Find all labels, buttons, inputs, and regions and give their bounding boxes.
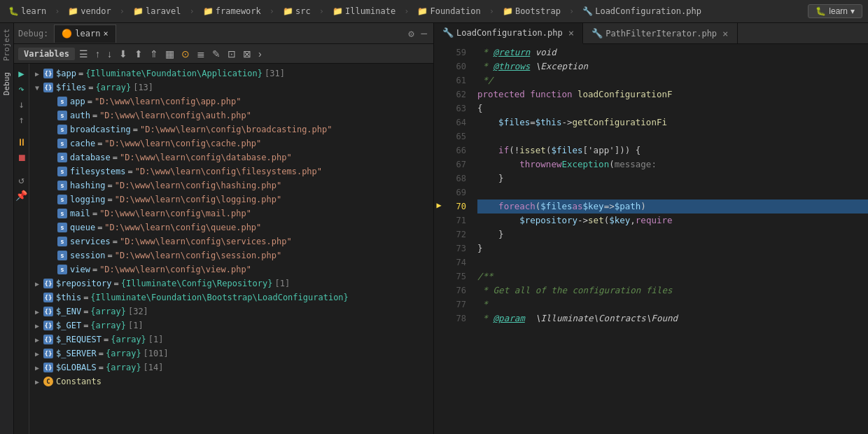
nav-vendor[interactable]: 📁 vendor — [65, 6, 113, 16]
var-row-files-broadcasting[interactable]: s broadcasting = "D:\www\learn\config\br… — [29, 122, 433, 136]
debug-panel: Debug: 🟠 learn × ⚙ ─ Variables ☰ ↑ ↓ ⬇ ⬆… — [14, 23, 434, 434]
debug-tab-close[interactable]: × — [103, 29, 108, 38]
toolbar-list-icon[interactable]: ☰ — [76, 47, 91, 61]
var-type-auth-item: s — [57, 111, 67, 120]
var-type-server: {} — [43, 349, 53, 358]
toolbar-watch-icon[interactable]: ⊙ — [178, 47, 192, 61]
var-row-files-cache[interactable]: s cache = "D:\www\learn\config\cache.php… — [29, 136, 433, 150]
var-row-files-view[interactable]: s view = "D:\www\learn\config\view.php" — [29, 262, 433, 276]
ln-76: 76 — [444, 284, 466, 298]
var-row-files-auth[interactable]: s auth = "D:\www\learn\config\auth.php" — [29, 108, 433, 122]
variables-panel: ▶ {} $app = {Illuminate\Foundation\Appli… — [29, 64, 433, 434]
step-over-icon[interactable]: ↷ — [17, 82, 25, 96]
toolbar-grid-icon[interactable]: ▦ — [162, 47, 177, 61]
var-row-files-mail[interactable]: s mail = "D:\www\learn\config\mail.php" — [29, 206, 433, 220]
var-row-env[interactable]: ▶ {} $_ENV = {array} [32] — [29, 304, 433, 318]
var-row-app[interactable]: ▶ {} $app = {Illuminate\Foundation\Appli… — [29, 66, 433, 80]
var-row-this[interactable]: {} $this = {Illuminate\Foundation\Bootst… — [29, 290, 433, 304]
code-line-63: { — [477, 102, 868, 115]
nav-laravel[interactable]: 📁 laravel — [130, 6, 184, 16]
settings-icon[interactable]: ⚙ — [406, 28, 416, 39]
var-row-constants[interactable]: ▶ C Constants — [29, 374, 433, 388]
tab-loadconfiguration[interactable]: 🔧 LoadConfiguration.php × — [434, 23, 583, 44]
stop-icon[interactable]: ⏹ — [15, 150, 28, 164]
code-line-66: if (! isset ( $files ['app'])) { — [477, 144, 868, 158]
toggle-repository[interactable]: ▶ — [35, 280, 43, 288]
nav-bootstrap[interactable]: 📁 Bootstrap — [500, 6, 564, 16]
ln-78: 78 — [444, 312, 466, 326]
nav-src[interactable]: 📁 src — [280, 6, 314, 16]
ln-68: 68 — [444, 172, 466, 186]
nav-foundation[interactable]: 📁 Foundation — [414, 6, 483, 16]
step-into-icon[interactable]: ↓ — [17, 97, 25, 111]
tab-project[interactable]: Project — [0, 23, 13, 66]
tab-pathfilteriterator[interactable]: 🔧 PathFilterIterator.php × — [583, 23, 737, 44]
var-row-files-session[interactable]: s session = "D:\www\learn\config\session… — [29, 248, 433, 262]
nav-bug-icon[interactable]: 🐛 learn — [6, 6, 49, 16]
var-row-globals[interactable]: ▶ {} $GLOBALS = {array} [14] — [29, 360, 433, 374]
toolbar-sort-icon[interactable]: ⇑ — [147, 47, 161, 61]
toggle-request[interactable]: ▶ — [35, 336, 43, 344]
code-line-74 — [477, 255, 868, 270]
toolbar-export-icon[interactable]: ⬇ — [116, 47, 130, 61]
toggle-get[interactable]: ▶ — [35, 322, 43, 330]
code-content[interactable]: * @return void * @throws \Exception */ p… — [472, 44, 868, 434]
toolbar-more-icon[interactable]: › — [255, 47, 265, 61]
toolbar-import-icon[interactable]: ⬆ — [132, 47, 146, 61]
rerun-icon[interactable]: ↺ — [17, 173, 25, 187]
debug-label: Debug: — [18, 29, 48, 38]
var-row-server[interactable]: ▶ {} $_SERVER = {array} [101] — [29, 346, 433, 360]
code-line-60: * @throws \Exception — [477, 59, 868, 74]
var-row-request[interactable]: ▶ {} $_REQUEST = {array} [1] — [29, 332, 433, 346]
ln-64: 64 — [444, 115, 466, 130]
toolbar-edit-icon[interactable]: ✎ — [209, 47, 223, 61]
var-type-view-item: s — [57, 265, 67, 274]
var-row-files-filesystems[interactable]: s filesystems = "D:\www\learn\config\fil… — [29, 164, 433, 178]
variables-section-button[interactable]: Variables — [18, 48, 75, 60]
run-control-panel: ▶ ↷ ↓ ↑ ⏸ ⏹ ↺ 📌 — [14, 64, 29, 434]
nav-framework[interactable]: 📁 framework — [200, 6, 264, 16]
pin-icon[interactable]: 📌 — [14, 188, 29, 202]
toggle-globals[interactable]: ▶ — [35, 364, 43, 372]
toggle-files[interactable]: ▼ — [35, 84, 43, 92]
debug-tab-learn[interactable]: 🟠 learn × — [54, 24, 115, 43]
nav-loadconfig-file[interactable]: 🔧 LoadConfiguration.php — [580, 6, 704, 16]
var-row-repository[interactable]: ▶ {} $repository = {Illuminate\Config\Re… — [29, 276, 433, 290]
toolbar-copy-icon[interactable]: ⊡ — [225, 47, 239, 61]
gutter-area: ▶ — [434, 44, 444, 434]
left-vertical-tabs: Project Debug — [0, 23, 14, 434]
var-row-files-services[interactable]: s services = "D:\www\learn\config\servic… — [29, 234, 433, 248]
var-type-filesystems-item: s — [57, 167, 67, 176]
var-row-files[interactable]: ▼ {} $files = {array} [13] — [29, 80, 433, 94]
resume-icon[interactable]: ▶ — [17, 66, 25, 80]
code-line-71: $repository -> set ( $key , require — [477, 214, 868, 227]
toggle-constants[interactable]: ▶ — [35, 378, 43, 386]
var-row-files-hashing[interactable]: s hashing = "D:\www\learn\config\hashing… — [29, 178, 433, 192]
var-row-files-database[interactable]: s database = "D:\www\learn\config\databa… — [29, 150, 433, 164]
toolbar-up-icon[interactable]: ↑ — [92, 47, 103, 61]
toolbar-delete-icon[interactable]: ⊠ — [240, 47, 254, 61]
var-row-files-logging[interactable]: s logging = "D:\www\learn\config\logging… — [29, 192, 433, 206]
ln-59: 59 — [444, 46, 466, 59]
var-row-files-app[interactable]: s app = "D:\www\learn\config\app.php" — [29, 94, 433, 108]
toggle-server[interactable]: ▶ — [35, 350, 43, 358]
var-row-get[interactable]: ▶ {} $_GET = {array} [1] — [29, 318, 433, 332]
toolbar-down-icon[interactable]: ↓ — [104, 47, 115, 61]
code-area: ▶ 59 60 61 62 63 64 65 66 — [434, 44, 868, 434]
top-nav-right: 🐛 learn ▾ — [808, 4, 862, 18]
tab-debug[interactable]: Debug — [0, 66, 13, 101]
var-type-queue-item: s — [57, 223, 67, 232]
tab-close-loadconfig[interactable]: × — [568, 27, 574, 38]
nav-illuminate[interactable]: 📁 Illuminate — [330, 6, 398, 16]
ln-69: 69 — [444, 186, 466, 200]
toggle-app[interactable]: ▶ — [35, 70, 43, 78]
tab-close-pathfilter[interactable]: × — [722, 28, 728, 39]
step-out-icon[interactable]: ↑ — [17, 113, 25, 127]
run-config-button[interactable]: 🐛 learn ▾ — [808, 4, 862, 18]
debug-tab-icon: 🟠 — [62, 29, 72, 38]
var-row-files-queue[interactable]: s queue = "D:\www\learn\config\queue.php… — [29, 220, 433, 234]
minimize-icon[interactable]: ─ — [419, 28, 429, 39]
toolbar-lines-icon[interactable]: ≣ — [194, 47, 208, 61]
pause-icon[interactable]: ⏸ — [15, 135, 28, 149]
toggle-env[interactable]: ▶ — [35, 308, 43, 316]
